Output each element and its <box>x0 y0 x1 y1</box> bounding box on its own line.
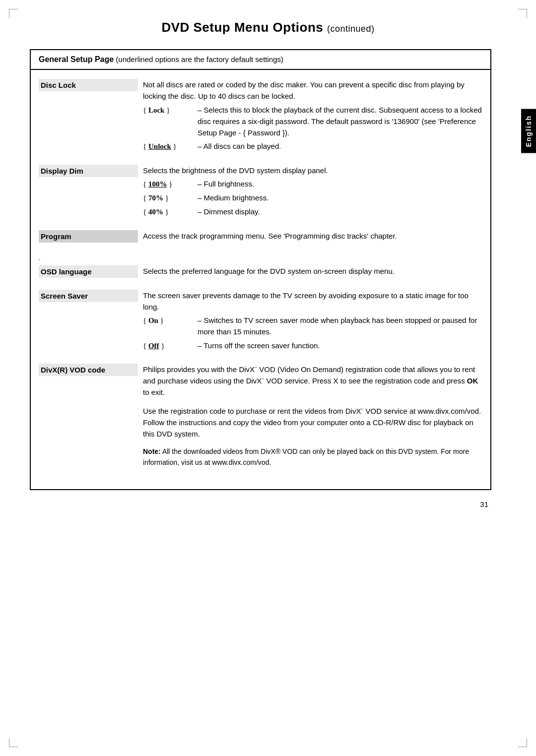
disc-lock-desc-unlock: – All discs can be played. <box>198 140 482 152</box>
content-area: Disc Lock Not all discs are rated or cod… <box>31 70 490 489</box>
divxr-para-3-note: Note: All the downloaded videos from Div… <box>143 446 482 468</box>
feature-row-display-dim: Display Dim Selects the brightness of th… <box>39 165 482 218</box>
feature-content-program: Access the track programming menu. See '… <box>143 230 482 242</box>
section-header: General Setup Page (underlined options a… <box>31 50 490 70</box>
screen-saver-intro: The screen saver prevents damage to the … <box>143 290 482 313</box>
page-title: DVD Setup Menu Options (continued) <box>30 20 506 35</box>
english-side-tab: English <box>521 109 536 153</box>
page-container: English DVD Setup Menu Options (continue… <box>0 0 536 756</box>
corner-mark-bl <box>9 738 18 747</box>
disc-lock-desc-lock: – Selects this to block the playback of … <box>198 104 482 139</box>
disc-lock-intro: Not all discs are rated or coded by the … <box>143 79 482 102</box>
display-dim-option-40: { 40% } – Dimmest display. <box>143 206 482 218</box>
display-dim-desc-100: – Full brightness. <box>198 178 482 189</box>
page-title-continued: (continued) <box>327 24 375 34</box>
feature-content-disc-lock: Not all discs are rated or coded by the … <box>143 79 482 153</box>
screen-saver-desc-on: – Switches to TV screen saver mode when … <box>198 315 482 338</box>
feature-row-screen-saver: Screen Saver The screen saver prevents d… <box>39 290 482 352</box>
display-dim-key-100: { 100% } <box>143 178 198 190</box>
screen-saver-option-on: { On } – Switches to TV screen saver mod… <box>143 315 482 338</box>
disc-lock-option-lock: { Lock } – Selects this to block the pla… <box>143 104 482 139</box>
feature-label-divxr-vod-code: DivX(R) VOD code <box>39 364 138 376</box>
disc-lock-key-lock: { Lock } <box>143 104 198 116</box>
feature-label-disc-lock: Disc Lock <box>39 79 138 91</box>
page-title-main: DVD Setup Menu Options <box>161 20 323 35</box>
disc-lock-option-unlock: { Unlock } – All discs can be played. <box>143 140 482 152</box>
corner-mark-tl <box>9 9 18 18</box>
divxr-para-1: Philips provides you with the DivX¨ VOD … <box>143 364 482 398</box>
feature-row-disc-lock: Disc Lock Not all discs are rated or cod… <box>39 79 482 153</box>
screen-saver-key-on: { On } <box>143 315 198 326</box>
feature-label-osd-language: OSD language <box>39 265 138 278</box>
dot-separator: . <box>39 254 482 261</box>
display-dim-key-40: { 40% } <box>143 206 198 218</box>
main-box: General Setup Page (underlined options a… <box>30 49 491 490</box>
feature-label-display-dim: Display Dim <box>39 165 138 177</box>
section-header-normal: (underlined options are the factory defa… <box>116 55 283 63</box>
osd-language-intro: Selects the preferred language for the D… <box>143 265 482 277</box>
display-dim-option-100: { 100% } – Full brightness. <box>143 178 482 190</box>
divxr-para-2: Use the registration code to purchase or… <box>143 405 482 440</box>
display-dim-desc-70: – Medium brightness. <box>198 192 482 203</box>
feature-content-osd-language: Selects the preferred language for the D… <box>143 265 482 277</box>
feature-content-display-dim: Selects the brightness of the DVD system… <box>143 165 482 218</box>
display-dim-key-70: { 70% } <box>143 192 198 204</box>
feature-content-divxr-vod-code: Philips provides you with the DivX¨ VOD … <box>143 364 482 468</box>
corner-mark-br <box>518 738 527 747</box>
screen-saver-option-off: { Off } – Turns off the screen saver fun… <box>143 340 482 352</box>
screen-saver-desc-off: – Turns off the screen saver function. <box>198 340 482 351</box>
side-tab-label: English <box>525 115 533 147</box>
display-dim-desc-40: – Dimmest display. <box>198 206 482 217</box>
page-number: 31 <box>30 500 488 508</box>
feature-row-divxr-vod-code: DivX(R) VOD code Philips provides you wi… <box>39 364 482 468</box>
feature-row-program: Program Access the track programming men… <box>39 230 482 243</box>
disc-lock-key-unlock: { Unlock } <box>143 140 198 152</box>
feature-label-program: Program <box>39 230 138 243</box>
feature-content-screen-saver: The screen saver prevents damage to the … <box>143 290 482 352</box>
page-number-value: 31 <box>480 500 488 508</box>
section-header-bold: General Setup Page <box>39 55 114 63</box>
feature-label-screen-saver: Screen Saver <box>39 290 138 302</box>
display-dim-option-70: { 70% } – Medium brightness. <box>143 192 482 204</box>
feature-row-osd-language: OSD language Selects the preferred langu… <box>39 265 482 278</box>
display-dim-intro: Selects the brightness of the DVD system… <box>143 165 482 176</box>
screen-saver-key-off: { Off } <box>143 340 198 352</box>
program-intro: Access the track programming menu. See '… <box>143 230 482 242</box>
corner-mark-tr <box>518 9 527 18</box>
